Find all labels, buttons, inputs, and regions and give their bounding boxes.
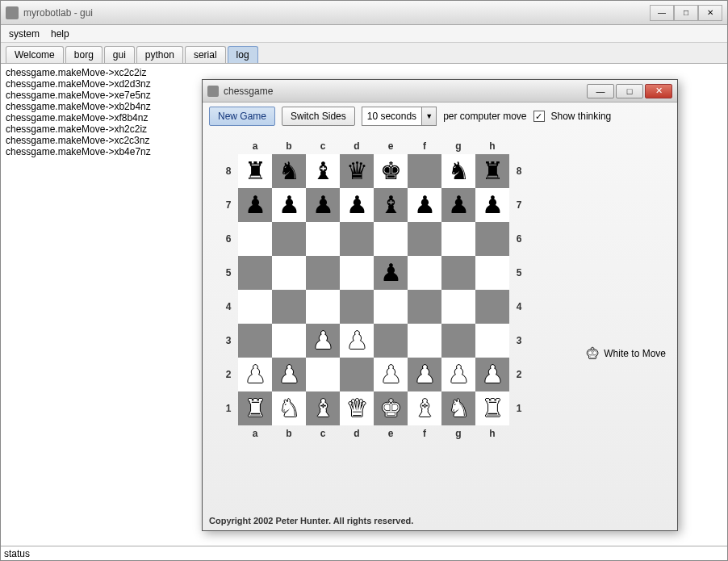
piece-wp[interactable]: ♟ (245, 362, 266, 387)
square-g3[interactable] (441, 324, 475, 358)
square-h4[interactable] (475, 290, 509, 324)
piece-bp[interactable]: ♟ (245, 193, 266, 217)
square-g6[interactable] (441, 222, 475, 256)
piece-wp[interactable]: ♟ (414, 362, 436, 387)
piece-wp[interactable]: ♟ (448, 362, 470, 387)
square-f5[interactable] (408, 256, 441, 290)
piece-bb[interactable]: ♝ (312, 159, 334, 183)
square-f4[interactable] (408, 290, 441, 324)
square-d8[interactable]: ♛ (340, 154, 374, 188)
piece-wr[interactable]: ♜ (482, 396, 504, 421)
piece-wb[interactable]: ♝ (312, 396, 334, 421)
show-thinking-checkbox[interactable]: ✓ (533, 111, 545, 122)
square-d5[interactable] (340, 256, 374, 290)
square-h6[interactable] (475, 222, 509, 256)
piece-bp[interactable]: ♟ (448, 193, 470, 217)
tab-log[interactable]: log (228, 46, 258, 63)
square-h7[interactable]: ♟ (475, 188, 509, 222)
square-g7[interactable]: ♟ (441, 188, 475, 222)
piece-wp[interactable]: ♟ (380, 362, 402, 387)
square-a2[interactable]: ♟ (238, 358, 272, 391)
square-f3[interactable] (408, 324, 441, 358)
square-d6[interactable] (340, 222, 374, 256)
square-a8[interactable]: ♜ (238, 154, 272, 188)
square-g1[interactable]: ♞ (441, 391, 475, 425)
piece-bp[interactable]: ♟ (482, 193, 504, 217)
piece-wp[interactable]: ♟ (346, 329, 368, 353)
square-d1[interactable]: ♛ (340, 391, 374, 425)
square-e1[interactable]: ♚ (374, 391, 408, 425)
square-f8[interactable] (408, 154, 441, 188)
square-f1[interactable]: ♝ (408, 391, 441, 425)
square-e4[interactable] (374, 290, 408, 324)
square-g4[interactable] (441, 290, 475, 324)
piece-bn[interactable]: ♞ (448, 159, 470, 183)
square-e7[interactable]: ♝ (374, 188, 408, 222)
square-e5[interactable]: ♟ (374, 256, 408, 290)
minimize-button[interactable]: — (650, 5, 674, 21)
square-c3[interactable]: ♟ (306, 324, 340, 358)
square-a6[interactable] (238, 222, 272, 256)
piece-bq[interactable]: ♛ (346, 159, 368, 183)
piece-br[interactable]: ♜ (482, 159, 504, 183)
chess-titlebar[interactable]: chessgame — □ ✕ (203, 80, 677, 103)
piece-wb[interactable]: ♝ (414, 396, 436, 421)
piece-bp[interactable]: ♟ (414, 193, 436, 217)
main-titlebar[interactable]: myrobotlab - gui — □ ✕ (1, 1, 727, 25)
square-g5[interactable] (441, 256, 475, 290)
tab-borg[interactable]: borg (65, 46, 103, 63)
square-c8[interactable]: ♝ (306, 154, 340, 188)
square-h5[interactable] (475, 256, 509, 290)
tab-gui[interactable]: gui (104, 46, 135, 63)
piece-wk[interactable]: ♚ (380, 396, 402, 421)
menu-help[interactable]: help (51, 28, 69, 40)
piece-br[interactable]: ♜ (245, 159, 266, 183)
square-c1[interactable]: ♝ (306, 391, 340, 425)
maximize-button[interactable]: □ (674, 5, 698, 21)
square-h3[interactable] (475, 324, 509, 358)
new-game-button[interactable]: New Game (209, 107, 275, 126)
square-f6[interactable] (408, 222, 441, 256)
piece-wn[interactable]: ♞ (448, 396, 470, 421)
close-button[interactable]: ✕ (698, 5, 722, 21)
square-b3[interactable] (272, 324, 306, 358)
square-h8[interactable]: ♜ (475, 154, 509, 188)
square-c2[interactable] (306, 358, 340, 391)
square-b8[interactable]: ♞ (272, 154, 306, 188)
square-c6[interactable] (306, 222, 340, 256)
piece-bp[interactable]: ♟ (380, 261, 402, 285)
piece-bb[interactable]: ♝ (380, 193, 402, 217)
piece-bp[interactable]: ♟ (346, 193, 368, 217)
square-b5[interactable] (272, 256, 306, 290)
square-f2[interactable]: ♟ (408, 358, 441, 391)
square-a3[interactable] (238, 324, 272, 358)
square-e8[interactable]: ♚ (374, 154, 408, 188)
piece-bp[interactable]: ♟ (312, 193, 334, 217)
piece-bp[interactable]: ♟ (278, 193, 300, 217)
square-c4[interactable] (306, 290, 340, 324)
square-h1[interactable]: ♜ (475, 391, 509, 425)
square-d3[interactable]: ♟ (340, 324, 374, 358)
piece-wp[interactable]: ♟ (312, 329, 334, 353)
square-e2[interactable]: ♟ (374, 358, 408, 391)
square-f7[interactable]: ♟ (408, 188, 441, 222)
piece-wp[interactable]: ♟ (482, 362, 504, 387)
square-d7[interactable]: ♟ (340, 188, 374, 222)
square-a5[interactable] (238, 256, 272, 290)
square-d4[interactable] (340, 290, 374, 324)
time-combo[interactable]: 10 seconds ▼ (362, 107, 437, 126)
square-b2[interactable]: ♟ (272, 358, 306, 391)
square-b7[interactable]: ♟ (272, 188, 306, 222)
square-b1[interactable]: ♞ (272, 391, 306, 425)
square-a7[interactable]: ♟ (238, 188, 272, 222)
square-h2[interactable]: ♟ (475, 358, 509, 391)
chess-minimize-button[interactable]: — (587, 84, 614, 98)
square-g2[interactable]: ♟ (441, 358, 475, 391)
menu-system[interactable]: system (9, 28, 40, 40)
square-a1[interactable]: ♜ (238, 391, 272, 425)
square-b4[interactable] (272, 290, 306, 324)
tab-python[interactable]: python (136, 46, 183, 63)
tab-serial[interactable]: serial (185, 46, 226, 63)
chess-close-button[interactable]: ✕ (645, 84, 672, 98)
square-c7[interactable]: ♟ (306, 188, 340, 222)
